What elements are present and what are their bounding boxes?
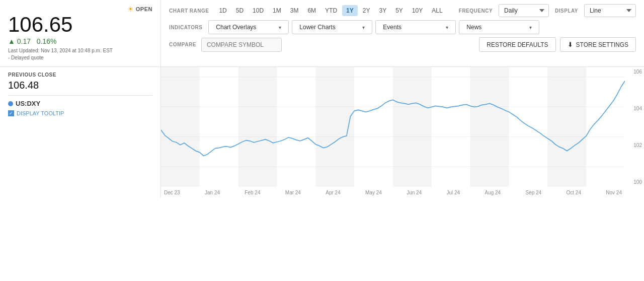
symbol-dot (8, 101, 13, 106)
events-btn[interactable]: Events ▾ (375, 20, 456, 34)
svg-rect-3 (393, 67, 432, 187)
range-ytd[interactable]: YTD (321, 5, 341, 16)
tooltip-row[interactable]: DISPLAY TOOLTIP (8, 110, 152, 116)
range-10d[interactable]: 10D (249, 5, 268, 16)
range-3m[interactable]: 3M (286, 5, 303, 16)
open-label-row: ☀ OPEN (8, 5, 152, 13)
top-info-row: ☀ OPEN 106.65 ▲ 0.17 0.16% Last Updated:… (0, 0, 644, 67)
main-content: PREVIOUS CLOSE 106.48 US:DXY DISPLAY TOO… (0, 67, 644, 198)
chart-range-row: CHART RANGE 1D 5D 10D 1M 3M 6M YTD 1Y 2Y… (169, 4, 636, 17)
svg-rect-1 (238, 67, 277, 187)
symbol-row: US:DXY (8, 100, 152, 107)
lower-charts-label: Lower Charts (299, 24, 335, 31)
frequency-select[interactable]: Daily Weekly Monthly (499, 4, 549, 17)
action-buttons: RESTORE DEFAULTS ⬇ STORE SETTINGS (479, 37, 636, 52)
display-select[interactable]: Line Bar Candlestick Area (584, 4, 636, 17)
save-icon: ⬇ (568, 41, 573, 48)
x-mar24: Mar 24 (285, 190, 301, 195)
x-sep24: Sep 24 (525, 190, 541, 195)
y-label-104: 104 (627, 106, 642, 111)
range-1m[interactable]: 1M (269, 5, 285, 16)
lower-charts-chevron: ▾ (362, 25, 365, 30)
x-nov24: Nov 24 (606, 190, 622, 195)
range-5d[interactable]: 5D (232, 5, 248, 16)
news-btn[interactable]: News ▾ (459, 20, 539, 34)
range-6m[interactable]: 6M (303, 5, 320, 16)
x-apr24: Apr 24 (326, 190, 340, 195)
prev-close-value: 106.48 (8, 80, 152, 96)
controls-block: CHART RANGE 1D 5D 10D 1M 3M 6M YTD 1Y 2Y… (161, 0, 644, 54)
x-may24: May 24 (365, 190, 382, 195)
compare-actions-row: COMPARE RESTORE DEFAULTS ⬇ STORE SETTING… (169, 37, 636, 52)
stock-updated: Last Updated: Nov 13, 2024 at 10:48 p.m.… (8, 47, 152, 61)
freq-display-group: FREQUENCY Daily Weekly Monthly DISPLAY L… (459, 4, 636, 17)
change-pct: 0.16% (37, 37, 57, 45)
tooltip-checkbox[interactable] (8, 110, 14, 116)
delayed-note: - Delayed quote (8, 55, 44, 60)
compare-label: COMPARE (169, 42, 196, 47)
stock-change: ▲ 0.17 0.16% (8, 37, 152, 45)
compare-input[interactable] (201, 38, 282, 52)
x-axis: Dec 23 Jan 24 Feb 24 Mar 24 Apr 24 May 2… (161, 187, 625, 198)
change-arrow: ▲ (8, 37, 15, 45)
svg-rect-0 (161, 67, 200, 187)
stock-price: 106.65 (8, 14, 152, 35)
chart-overlays-label: Chart Overlays (216, 24, 256, 31)
news-label: News (466, 24, 481, 31)
range-3y[interactable]: 3Y (375, 5, 390, 16)
events-label: Events (383, 24, 401, 31)
change-value: 0.17 (17, 37, 31, 45)
chart-overlays-chevron: ▾ (279, 25, 281, 30)
y-axis: 106 104 102 100 (625, 67, 644, 187)
x-jan24: Jan 24 (205, 190, 220, 195)
chart-area: 106 104 102 100 Dec 23 Jan 24 Feb 24 Mar… (161, 67, 644, 198)
range-1d[interactable]: 1D (215, 5, 230, 16)
left-panel: PREVIOUS CLOSE 106.48 US:DXY DISPLAY TOO… (0, 67, 161, 198)
lower-charts-btn[interactable]: Lower Charts ▾ (292, 20, 372, 34)
events-chevron: ▾ (446, 25, 448, 30)
x-jul24: Jul 24 (446, 190, 460, 195)
y-label-106: 106 (627, 69, 642, 75)
x-aug24: Aug 24 (485, 190, 501, 195)
display-label: DISPLAY (555, 8, 578, 14)
stock-block: ☀ OPEN 106.65 ▲ 0.17 0.16% Last Updated:… (0, 0, 161, 66)
x-jun24: Jun 24 (407, 190, 422, 195)
y-label-100: 100 (627, 179, 642, 185)
x-oct24: Oct 24 (567, 190, 581, 195)
range-all[interactable]: ALL (428, 5, 446, 16)
compare-section: COMPARE (169, 38, 282, 52)
chart-range-label: CHART RANGE (169, 8, 209, 14)
y-label-102: 102 (627, 143, 642, 148)
svg-rect-4 (470, 67, 509, 187)
x-dec23: Dec 23 (164, 190, 180, 195)
range-2y[interactable]: 2Y (359, 5, 374, 16)
chart-overlays-btn[interactable]: Chart Overlays ▾ (208, 20, 289, 34)
symbol-name: US:DXY (16, 100, 40, 107)
store-settings-label: STORE SETTINGS (576, 41, 628, 48)
range-buttons: 1D 5D 10D 1M 3M 6M YTD 1Y 2Y 3Y 5Y 10Y A… (215, 5, 446, 16)
restore-defaults-btn[interactable]: RESTORE DEFAULTS (479, 37, 555, 52)
prev-close-label: PREVIOUS CLOSE (8, 72, 152, 78)
range-1y[interactable]: 1Y (342, 5, 358, 16)
indicators-row: INDICATORS Chart Overlays ▾ Lower Charts… (169, 20, 636, 34)
price-chart (161, 67, 625, 187)
x-feb24: Feb 24 (245, 190, 260, 195)
range-10y[interactable]: 10Y (408, 5, 427, 16)
indicator-dropdowns: Chart Overlays ▾ Lower Charts ▾ Events ▾… (208, 20, 539, 34)
frequency-label: FREQUENCY (459, 8, 493, 14)
store-settings-btn[interactable]: ⬇ STORE SETTINGS (560, 37, 636, 52)
indicators-label: INDICATORS (169, 25, 202, 30)
sun-icon: ☀ (127, 5, 134, 13)
tooltip-label: DISPLAY TOOLTIP (17, 110, 64, 116)
svg-rect-5 (547, 67, 586, 187)
range-5y[interactable]: 5Y (391, 5, 407, 16)
open-label: OPEN (136, 6, 152, 12)
news-chevron: ▾ (529, 25, 532, 30)
updated-time: Last Updated: Nov 13, 2024 at 10:48 p.m.… (8, 48, 113, 53)
